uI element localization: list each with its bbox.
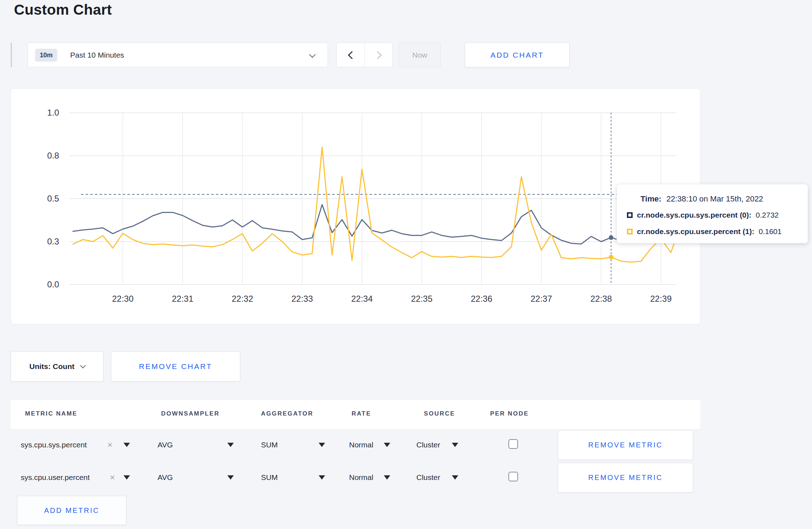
y-axis-label: 0.5 [47, 194, 59, 203]
add-metric-button[interactable]: ADD METRIC [17, 496, 126, 525]
hover-point [609, 255, 613, 259]
now-button[interactable]: Now [399, 43, 441, 67]
tooltip-series-name: cr.node.sys.cpu.user.percent (1): [637, 227, 754, 236]
y-axis-label: 0.8 [47, 151, 59, 160]
aggregator-select[interactable]: SUM [261, 441, 278, 449]
time-step-group [337, 43, 393, 67]
time-range-badge: 10m [35, 49, 57, 62]
page-title: Custom Chart [14, 1, 112, 18]
x-axis-label: 22:33 [291, 294, 313, 304]
col-header-downsampler: DOWNSAMPLER [161, 410, 219, 417]
custom-chart-page: { "page": { "title": "Custom Chart" }, "… [0, 0, 812, 529]
tooltip-series-row: cr.node.sys.cpu.sys.percent (0): 0.2732 [627, 211, 779, 219]
toolbar-left-divider [11, 43, 12, 67]
rate-caret-icon[interactable] [384, 443, 390, 447]
source-select[interactable]: Cluster [416, 473, 440, 482]
aggregator-select[interactable]: SUM [261, 473, 278, 482]
downsampler-select[interactable]: AVG [158, 473, 173, 482]
units-dropdown[interactable]: Units: Count [11, 351, 103, 382]
user-series-swatch-icon [627, 229, 633, 234]
prev-time-button[interactable] [337, 43, 364, 67]
tooltip-time-value: 22:38:10 on Mar 15th, 2022 [666, 194, 763, 204]
y-axis-label: 0.3 [47, 237, 59, 246]
x-axis-label: 22:35 [411, 294, 432, 304]
remove-metric-button[interactable]: REMOVE METRIC [558, 463, 693, 492]
x-axis-label: 22:31 [172, 294, 193, 304]
chart-card: 0.00.30.50.81.022:3022:3122:3222:3322:34… [11, 88, 700, 324]
time-range-dropdown[interactable]: 10m Past 10 Minutes [28, 43, 328, 67]
series-line [73, 205, 676, 244]
tooltip-series-row: cr.node.sys.cpu.user.percent (1): 0.1601 [627, 227, 782, 236]
x-axis-label: 22:38 [590, 294, 612, 304]
downsampler-select[interactable]: AVG [158, 441, 173, 449]
per-node-checkbox[interactable] [508, 439, 518, 449]
source-caret-icon[interactable] [452, 475, 458, 480]
remove-chart-button[interactable]: REMOVE CHART [111, 351, 240, 382]
col-header-aggregator: AGGREGATOR [261, 410, 313, 417]
units-label: Units: Count [29, 362, 74, 371]
tooltip-series-value: 0.1601 [759, 227, 782, 236]
metric-dropdown-caret-icon[interactable] [124, 475, 130, 480]
col-header-source: SOURCE [424, 410, 455, 417]
sys-series-swatch-icon [627, 212, 633, 218]
x-axis-label: 22:37 [531, 294, 552, 304]
per-node-checkbox[interactable] [508, 472, 518, 481]
y-axis-label: 0.0 [47, 280, 59, 289]
clear-metric-icon[interactable]: × [107, 440, 112, 450]
tooltip-time-label: Time: [641, 194, 661, 204]
chevron-down-icon [309, 51, 315, 58]
y-axis-label: 1.0 [47, 108, 59, 117]
remove-metric-button[interactable]: REMOVE METRIC [558, 430, 693, 460]
time-range-label: Past 10 Minutes [70, 51, 124, 59]
x-axis-label: 22:36 [471, 294, 492, 304]
x-axis-label: 22:39 [650, 294, 672, 304]
timeseries-chart[interactable]: 0.00.30.50.81.022:3022:3122:3222:3322:34… [11, 89, 701, 325]
metric-name-value[interactable]: sys.cpu.user.percent [21, 473, 90, 482]
source-select[interactable]: Cluster [416, 441, 440, 449]
tooltip-time-row: Time: 22:38:10 on Mar 15th, 2022 [641, 194, 763, 204]
rate-select[interactable]: Normal [349, 441, 373, 449]
next-time-button[interactable] [364, 43, 392, 67]
series-line [73, 147, 676, 262]
aggregator-caret-icon[interactable] [319, 443, 325, 447]
aggregator-caret-icon[interactable] [319, 475, 325, 480]
tooltip-series-name: cr.node.sys.cpu.sys.percent (0): [637, 211, 751, 219]
chevron-down-icon [80, 363, 86, 368]
downsampler-caret-icon[interactable] [227, 443, 234, 447]
metric-name-value[interactable]: sys.cpu.sys.percent [21, 441, 87, 449]
clear-metric-icon[interactable]: × [110, 472, 115, 482]
metric-dropdown-caret-icon[interactable] [124, 443, 130, 447]
source-caret-icon[interactable] [452, 443, 458, 447]
x-axis-label: 22:34 [351, 294, 373, 304]
hover-point [609, 235, 613, 240]
chevron-left-icon [348, 51, 356, 59]
rate-select[interactable]: Normal [349, 473, 373, 482]
x-axis-label: 22:32 [232, 294, 253, 304]
tooltip-series-value: 0.2732 [756, 211, 779, 219]
col-header-per-node: PER NODE [490, 410, 529, 417]
add-chart-button[interactable]: ADD CHART [465, 43, 570, 67]
col-header-rate: RATE [352, 410, 371, 417]
rate-caret-icon[interactable] [384, 475, 390, 480]
downsampler-caret-icon[interactable] [227, 475, 234, 480]
x-axis-label: 22:30 [112, 294, 134, 304]
col-header-metric-name: METRIC NAME [25, 410, 77, 417]
chart-tooltip: Time: 22:38:10 on Mar 15th, 2022 cr.node… [617, 184, 808, 243]
chevron-right-icon [373, 51, 382, 59]
